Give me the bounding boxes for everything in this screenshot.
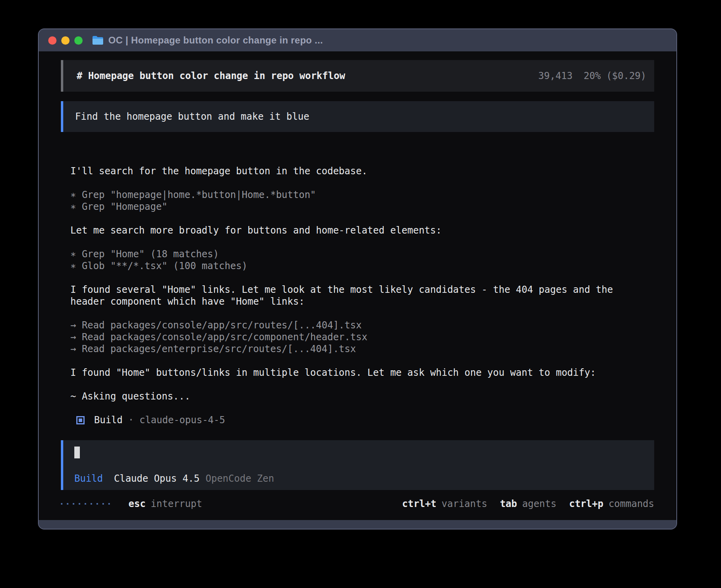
assistant-text-line: I found several "Home" links. Let me loo… (70, 284, 654, 296)
interrupt-label: interrupt (151, 498, 202, 509)
context-percent: 20% (583, 70, 600, 81)
esc-key-hint: esc (128, 498, 145, 509)
shortcut-hint-agents: tabagents (500, 498, 557, 509)
terminal-content: # Homepage button color change in repo w… (39, 51, 676, 520)
input-provider-label: OpenCode Zen (206, 473, 274, 484)
shortcut-label: agents (522, 498, 557, 509)
window-title: OC | Homepage button color change in rep… (108, 35, 323, 46)
assistant-text-line: ~ Asking questions... (70, 390, 654, 402)
agent-status-row: Build · claude-opus-4-5 (70, 414, 654, 426)
shortcut-label: commands (608, 498, 654, 509)
minimize-button[interactable] (61, 36, 70, 45)
agent-name: Build (94, 414, 123, 426)
user-message: Find the homepage button and make it blu… (61, 101, 654, 132)
shortcut-hint-commands: ctrl+pcommands (569, 498, 654, 509)
token-count: 39,413 (538, 70, 573, 81)
assistant-text-block: Let me search more broadly for buttons a… (70, 224, 654, 236)
assistant-text-block: I'll search for the homepage button in t… (70, 165, 654, 177)
input-mode-label: Build (74, 473, 103, 484)
tool-call-line: → Read packages/enterprise/src/routes/[.… (70, 343, 654, 355)
shortcut-key: tab (500, 498, 517, 509)
terminal-window: OC | Homepage button color change in rep… (38, 28, 677, 530)
shortcut-key: ctrl+t (402, 498, 436, 509)
assistant-text-line: I'll search for the homepage button in t… (70, 165, 654, 177)
tool-call-line: → Read packages/console/app/src/routes/[… (70, 319, 654, 331)
status-left: esc interrupt (61, 498, 202, 509)
status-bar: esc interrupt ctrl+tvariantstabagentsctr… (61, 498, 654, 510)
status-dot (67, 503, 68, 505)
folder-icon (92, 36, 104, 45)
tool-call-line: ∗ Grep "Homepage" (70, 201, 654, 213)
text-cursor (74, 447, 80, 458)
status-dot (91, 503, 92, 505)
shortcut-key: ctrl+p (569, 498, 604, 509)
assistant-text-line: I found "Home" buttons/links in multiple… (70, 367, 654, 379)
tool-call-line: ∗ Grep "homepage|home.*button|Home.*butt… (70, 189, 654, 201)
window-bottom-strip (39, 520, 676, 529)
tool-call-block: ∗ Grep "Home" (18 matches)∗ Glob "**/*.t… (70, 248, 654, 272)
agent-separator: · (128, 414, 134, 426)
status-dot (108, 503, 110, 505)
status-dot (61, 503, 62, 505)
titlebar: OC | Homepage button color change in rep… (39, 29, 676, 51)
status-dot (79, 503, 80, 505)
close-button[interactable] (48, 36, 57, 45)
assistant-text-block: I found several "Home" links. Let me loo… (70, 284, 654, 307)
tool-call-block: ∗ Grep "homepage|home.*button|Home.*butt… (70, 189, 654, 213)
status-dot (85, 503, 86, 505)
status-dot (96, 503, 98, 505)
session-title: # Homepage button color change in repo w… (77, 70, 345, 81)
tool-call-block: → Read packages/console/app/src/routes/[… (70, 319, 654, 355)
status-right: ctrl+tvariantstabagentsctrl+pcommands (389, 498, 654, 509)
conversation: I'll search for the homepage button in t… (61, 165, 654, 426)
tool-call-line: → Read packages/console/app/src/componen… (70, 331, 654, 343)
tool-call-line: ∗ Grep "Home" (18 matches) (70, 248, 654, 260)
status-dot (102, 503, 104, 505)
assistant-text-block: I found "Home" buttons/links in multiple… (70, 367, 654, 379)
assistant-text-line: header component which have "Home" links… (70, 296, 654, 307)
input-meta: Build Claude Opus 4.5 OpenCode Zen (74, 473, 654, 484)
agent-square-icon (76, 416, 85, 424)
session-stats: 39,413 20% ($0.29) (538, 70, 646, 81)
shortcut-hint-variants: ctrl+tvariants (402, 498, 487, 509)
status-dot (73, 503, 74, 505)
assistant-text-line: Let me search more broadly for buttons a… (70, 224, 654, 236)
session-cost: ($0.29) (606, 70, 646, 81)
session-header: # Homepage button color change in repo w… (61, 60, 654, 92)
input-model-label: Claude Opus 4.5 (114, 473, 200, 484)
tool-call-line: ∗ Glob "**/*.tsx" (100 matches) (70, 260, 654, 272)
maximize-button[interactable] (74, 36, 83, 45)
prompt-input[interactable]: Build Claude Opus 4.5 OpenCode Zen (61, 440, 654, 490)
progress-dots (61, 503, 114, 505)
user-message-text: Find the homepage button and make it blu… (75, 111, 309, 122)
assistant-text-block: ~ Asking questions... (70, 390, 654, 402)
agent-model: claude-opus-4-5 (140, 414, 225, 426)
shortcut-label: variants (442, 498, 487, 509)
